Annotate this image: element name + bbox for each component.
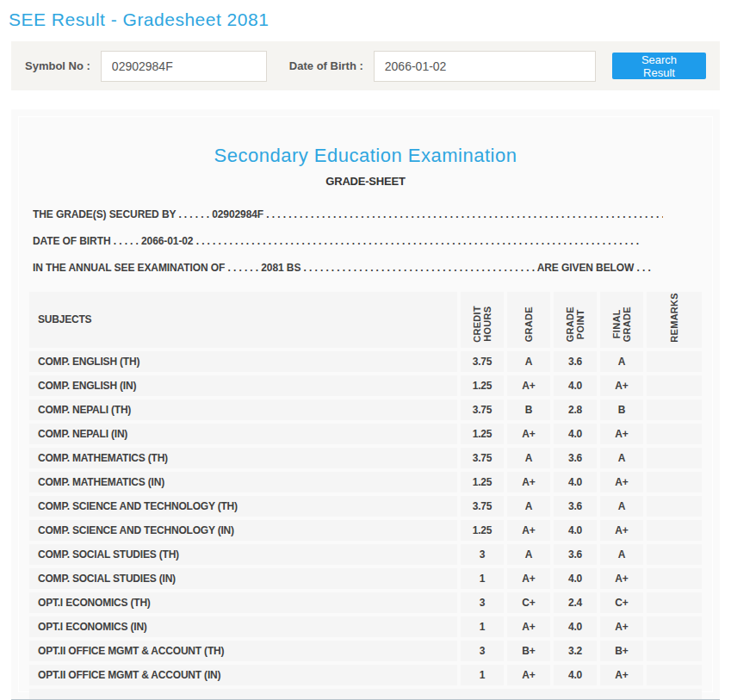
remarks-cell (647, 616, 702, 637)
grade-table-body: COMP. ENGLISH (TH) 3.75 A 3.6 A COMP. EN… (29, 351, 702, 685)
table-row: COMP. SOCIAL STUDIES (IN) 1 A+ 4.0 A+ (29, 568, 702, 589)
grade-point-cell: 4.0 (554, 568, 597, 589)
credit-hours-cell: 1.25 (461, 472, 504, 492)
gradesheet-subheading: GRADE-SHEET (26, 175, 705, 188)
remarks-cell (647, 592, 702, 613)
final-grade-cell: B+ (600, 641, 643, 661)
table-row: COMP. ENGLISH (IN) 1.25 A+ 4.0 A+ (29, 375, 702, 396)
grade-point-cell: 2.8 (554, 400, 597, 420)
grade-point-column-header: GRADE POINT (554, 292, 597, 348)
remarks-cell (647, 641, 702, 661)
grade-point-cell: 2.4 (554, 592, 597, 613)
grade-table-header-row: SUBJECTS CREDIT HOURS GRADE GRADE POINT … (29, 292, 702, 348)
subject-cell: COMP. ENGLISH (IN) (29, 375, 457, 396)
table-row: COMP. SCIENCE AND TECHNOLOGY (IN) 1.25 A… (29, 520, 702, 541)
subject-cell: COMP. NEPALI (IN) (29, 424, 457, 444)
gpa-row: GRADE POINT AVERAGE (GPA) : 3.45 (29, 689, 702, 700)
credit-hours-cell: 3.75 (461, 400, 504, 420)
credit-hours-cell: 3 (461, 592, 504, 613)
credit-hours-cell: 3 (461, 544, 504, 565)
credit-hours-cell: 3.75 (461, 448, 504, 468)
subject-cell: OPT.I ECONOMICS (TH) (29, 592, 457, 613)
table-row: OPT.II OFFICE MGMT & ACCOUNT (TH) 3 B+ 3… (29, 641, 702, 661)
grade-cell: A (507, 351, 550, 372)
remarks-cell (647, 424, 702, 444)
grade-label: GRADE (523, 307, 534, 342)
grade-table: SUBJECTS CREDIT HOURS GRADE GRADE POINT … (26, 288, 705, 700)
grade-cell: A+ (507, 568, 550, 589)
final-grade-cell: A+ (600, 472, 643, 492)
date-of-birth-line: DATE OF BIRTH . . . . . 2066-01-02 . . .… (33, 235, 663, 247)
grade-point-cell: 3.6 (554, 544, 597, 565)
grade-cell: A+ (507, 424, 550, 444)
remarks-cell (647, 400, 702, 420)
table-row: COMP. NEPALI (IN) 1.25 A+ 4.0 A+ (29, 424, 702, 444)
remarks-label: REMARKS (669, 293, 679, 343)
table-row: OPT.I ECONOMICS (TH) 3 C+ 2.4 C+ (29, 592, 702, 613)
gradesheet-panel: Secondary Education Examination GRADE-SH… (11, 109, 720, 700)
grade-cell: A (507, 448, 550, 468)
secured-by-line: THE GRADE(S) SECURED BY . . . . . . 0290… (33, 208, 663, 220)
date-of-birth-input[interactable] (374, 51, 596, 82)
final-grade-cell: A+ (600, 520, 643, 541)
table-row: COMP. MATHEMATICS (TH) 3.75 A 3.6 A (29, 448, 702, 468)
symbol-no-label: Symbol No : (25, 59, 90, 72)
subject-cell: OPT.I ECONOMICS (IN) (29, 616, 457, 637)
remarks-cell (647, 472, 702, 492)
table-row: COMP. MATHEMATICS (IN) 1.25 A+ 4.0 A+ (29, 472, 702, 492)
table-row: COMP. ENGLISH (TH) 3.75 A 3.6 A (29, 351, 702, 372)
grade-cell: A+ (507, 520, 550, 541)
grade-cell: B+ (507, 641, 550, 661)
grade-point-cell: 4.0 (554, 472, 597, 492)
symbol-no-input[interactable] (101, 51, 267, 82)
grade-cell: A+ (507, 375, 550, 396)
grade-cell: A+ (507, 472, 550, 492)
final-grade-label: FINAL GRADE (611, 307, 632, 342)
remarks-column-header: REMARKS (647, 292, 702, 348)
remarks-cell (647, 520, 702, 541)
page-title: SEE Result - Gradesheet 2081 (9, 9, 731, 30)
subjects-column-header: SUBJECTS (29, 292, 457, 348)
final-grade-cell: A (600, 496, 643, 517)
grade-point-cell: 3.6 (554, 448, 597, 468)
final-grade-cell: A+ (600, 665, 643, 685)
grade-cell: A (507, 544, 550, 565)
credit-hours-cell: 3.75 (461, 351, 504, 372)
grade-cell: A (507, 496, 550, 517)
credit-hours-cell: 3.75 (461, 496, 504, 517)
grade-point-cell: 3.2 (554, 641, 597, 661)
gpa-value: GRADE POINT AVERAGE (GPA) : 3.45 (29, 689, 702, 700)
credit-hours-cell: 1.25 (461, 424, 504, 444)
remarks-cell (647, 665, 702, 685)
table-row: OPT.I ECONOMICS (IN) 1 A+ 4.0 A+ (29, 616, 702, 637)
exam-heading: Secondary Education Examination (26, 145, 705, 167)
subject-cell: COMP. MATHEMATICS (IN) (29, 472, 457, 492)
examination-year-line: IN THE ANNUAL SEE EXAMINATION OF . . . .… (33, 262, 663, 274)
grade-point-cell: 4.0 (554, 665, 597, 685)
search-result-button[interactable]: Search Result (612, 53, 706, 79)
remarks-cell (647, 544, 702, 565)
date-of-birth-label: Date of Birth : (289, 59, 363, 72)
grade-column-header: GRADE (507, 292, 550, 348)
final-grade-cell: C+ (600, 592, 643, 613)
subject-cell: COMP. SOCIAL STUDIES (TH) (29, 544, 457, 565)
remarks-cell (647, 375, 702, 396)
final-grade-cell: A (600, 544, 643, 565)
credit-hours-label: CREDIT HOURS (472, 306, 492, 343)
remarks-cell (647, 448, 702, 468)
subject-cell: COMP. SCIENCE AND TECHNOLOGY (IN) (29, 520, 457, 541)
final-grade-cell: A+ (600, 568, 643, 589)
remarks-cell (647, 568, 702, 589)
final-grade-cell: A+ (600, 375, 643, 396)
subject-cell: COMP. MATHEMATICS (TH) (29, 448, 457, 468)
credit-hours-cell: 3 (461, 641, 504, 661)
grade-cell: A+ (507, 665, 550, 685)
grade-point-cell: 4.0 (554, 424, 597, 444)
subject-cell: OPT.II OFFICE MGMT & ACCOUNT (IN) (29, 665, 457, 685)
grade-point-cell: 4.0 (554, 375, 597, 396)
credit-hours-column-header: CREDIT HOURS (461, 292, 504, 348)
final-grade-cell: A (600, 448, 643, 468)
credit-hours-cell: 1 (461, 568, 504, 589)
subject-cell: COMP. SCIENCE AND TECHNOLOGY (TH) (29, 496, 457, 517)
search-bar: Symbol No : Date of Birth : Search Resul… (11, 41, 720, 90)
